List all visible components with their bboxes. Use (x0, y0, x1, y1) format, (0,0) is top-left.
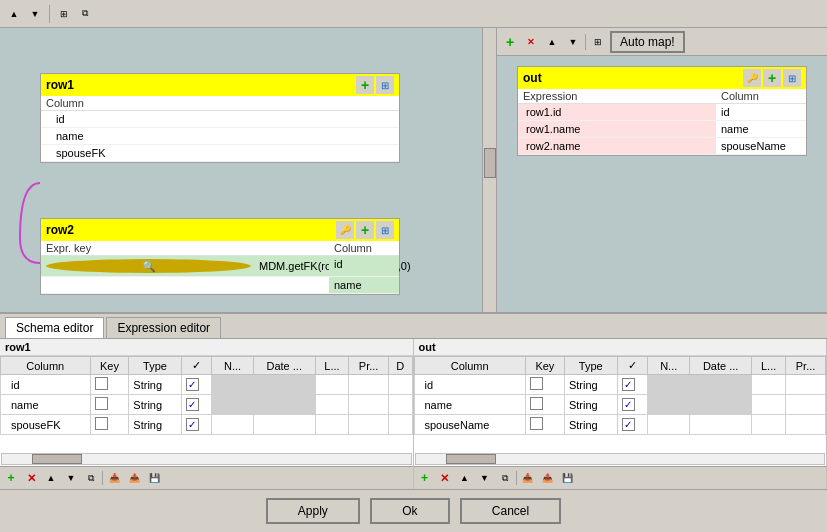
out-copy-row-button[interactable]: ⧉ (496, 469, 514, 487)
key-checkbox[interactable] (530, 377, 543, 390)
cell: String (129, 395, 181, 415)
cell (752, 395, 786, 415)
table-row: name (41, 128, 399, 145)
out-down-button[interactable]: ▼ (564, 33, 582, 51)
out-export-button[interactable]: 📤 (539, 469, 557, 487)
cell (90, 375, 129, 395)
v-scrollbar[interactable] (482, 28, 496, 312)
cell (690, 415, 752, 435)
out-layout2-button[interactable]: ⊞ (783, 69, 801, 87)
table-row: id (41, 111, 399, 128)
out-title: out (523, 71, 542, 85)
cell (212, 415, 254, 435)
delete-row-button[interactable]: ✕ (22, 469, 40, 487)
checked-checkbox[interactable] (186, 418, 199, 431)
cell (617, 395, 648, 415)
row2-layout-button[interactable]: ⊞ (376, 221, 394, 239)
out-table: out 🔑 + ⊞ Expression Column row1.id id (517, 66, 807, 156)
col-header: Pr... (349, 357, 389, 375)
move-down-button[interactable]: ▼ (26, 5, 44, 23)
row1-layout-button[interactable]: ⊞ (376, 76, 394, 94)
cell (315, 375, 349, 395)
layout-button[interactable]: ⊞ (55, 5, 73, 23)
up-row-button[interactable]: ▲ (42, 469, 60, 487)
table-row: spouseFK (41, 145, 399, 162)
separator (585, 34, 586, 50)
cell (90, 415, 129, 435)
out-delete-button[interactable]: ✕ (522, 33, 540, 51)
col-header: L... (752, 357, 786, 375)
out-delete-row-button[interactable]: ✕ (436, 469, 454, 487)
checked-checkbox[interactable] (186, 398, 199, 411)
schema-bottom-toolbar: + ✕ ▲ ▼ ⧉ 📥 📤 💾 (0, 466, 413, 489)
cell (349, 395, 389, 415)
copy-row-button[interactable]: ⧉ (82, 469, 100, 487)
h-scrollbar-out[interactable] (415, 453, 826, 465)
row1-col-header: Column (41, 96, 399, 111)
cell (181, 395, 212, 415)
col-header: Date ... (253, 357, 315, 375)
tab-schema[interactable]: Schema editor (5, 317, 104, 338)
cell (525, 375, 564, 395)
cell (388, 375, 412, 395)
checked-checkbox[interactable] (622, 378, 635, 391)
row1-header-icons: + ⊞ (356, 76, 394, 94)
key-checkbox[interactable] (95, 417, 108, 430)
table-row: name (41, 277, 399, 294)
h-scrollbar-thumb[interactable] (32, 454, 82, 464)
cell (349, 415, 389, 435)
row2-col-header: Expr. key Column (41, 241, 399, 256)
automap-button[interactable]: Auto map! (610, 31, 685, 53)
row1-title: row1 (46, 78, 74, 92)
save-button[interactable]: 💾 (145, 469, 163, 487)
key-checkbox[interactable] (530, 417, 543, 430)
cell (648, 415, 690, 435)
row2-add-button[interactable]: + (356, 221, 374, 239)
out-expr-header: Expression (518, 89, 716, 103)
out-add-button[interactable]: + (501, 33, 519, 51)
copy-button[interactable]: ⧉ (76, 5, 94, 23)
down-row-button[interactable]: ▼ (62, 469, 80, 487)
row2-header: row2 🔑 + ⊞ (41, 219, 399, 241)
right-toolbar: + ✕ ▲ ▼ ⊞ Auto map! (497, 28, 827, 56)
row2-key-button[interactable]: 🔑 (336, 221, 354, 239)
checked-checkbox[interactable] (622, 398, 635, 411)
out-add-col-button[interactable]: + (763, 69, 781, 87)
table-row: spouseName String (414, 415, 826, 435)
out-save-button[interactable]: 💾 (559, 469, 577, 487)
key-checkbox[interactable] (530, 397, 543, 410)
row2-search-icon: 🔍 (46, 259, 251, 273)
out-up-row-button[interactable]: ▲ (456, 469, 474, 487)
col-header: Key (90, 357, 129, 375)
cell: name (1, 395, 91, 415)
checked-checkbox[interactable] (186, 378, 199, 391)
row1-add-button[interactable]: + (356, 76, 374, 94)
out-key-button[interactable]: 🔑 (743, 69, 761, 87)
ok-button[interactable]: Ok (370, 498, 450, 524)
checked-checkbox[interactable] (622, 418, 635, 431)
add-row-button[interactable]: + (2, 469, 20, 487)
cell: String (129, 415, 181, 435)
v-scrollbar-thumb[interactable] (484, 148, 496, 178)
cancel-button[interactable]: Cancel (460, 498, 561, 524)
import-button[interactable]: 📥 (105, 469, 123, 487)
apply-button[interactable]: Apply (266, 498, 360, 524)
out-up-button[interactable]: ▲ (543, 33, 561, 51)
out-down-row-button[interactable]: ▼ (476, 469, 494, 487)
cell (212, 375, 254, 395)
move-up-button[interactable]: ▲ (5, 5, 23, 23)
key-checkbox[interactable] (95, 377, 108, 390)
h-scrollbar-out-thumb[interactable] (446, 454, 496, 464)
cell (181, 415, 212, 435)
schema-out-bottom-toolbar: + ✕ ▲ ▼ ⧉ 📥 📤 💾 (414, 466, 827, 489)
h-scrollbar[interactable] (1, 453, 412, 465)
key-checkbox[interactable] (95, 397, 108, 410)
export-button[interactable]: 📤 (125, 469, 143, 487)
out-add-row-button[interactable]: + (416, 469, 434, 487)
schema-out-table-wrap[interactable]: Column Key Type ✓ N... Date ... L... Pr.… (414, 356, 827, 452)
out-import-button[interactable]: 📥 (519, 469, 537, 487)
out-layout-button[interactable]: ⊞ (589, 33, 607, 51)
tab-expression[interactable]: Expression editor (106, 317, 221, 338)
schema-row1-table-wrap[interactable]: Column Key Type ✓ N... Date ... L... Pr.… (0, 356, 413, 452)
col-header: Type (129, 357, 181, 375)
